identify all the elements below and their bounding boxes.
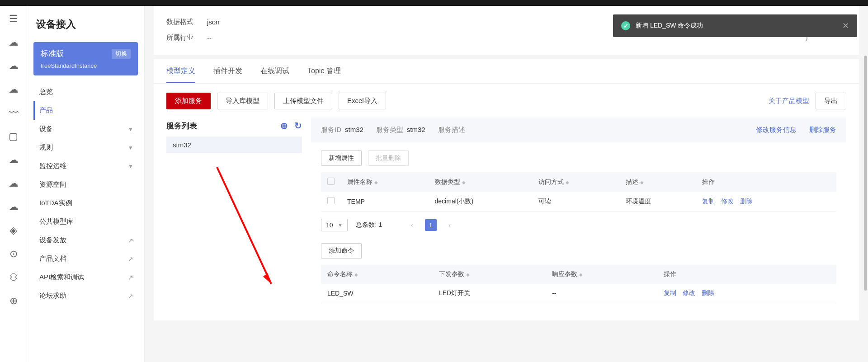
nav-iotda[interactable]: IoTDA实例 (33, 194, 138, 212)
copy-link[interactable]: 复制 (664, 289, 676, 297)
tab-plugin[interactable]: 插件开发 (213, 66, 242, 83)
service-list: 服务列表 ⊕ ↻ stm32 (166, 118, 302, 311)
col-down: 下发参数◆ (433, 265, 546, 284)
excel-import-button[interactable]: Excel导入 (339, 93, 386, 109)
sort-icon[interactable]: ◆ (354, 272, 358, 277)
nav-forum[interactable]: 论坛求助↗ (33, 287, 138, 305)
pagination: 10▼ 总条数: 1 ‹ 1 › (321, 212, 836, 234)
property-table: 属性名称◆ 数据类型◆ 访问方式◆ 描述◆ 操作 TEMP deci (321, 172, 836, 212)
next-page[interactable]: › (445, 221, 454, 229)
service-item-stm32[interactable]: stm32 (166, 136, 302, 153)
external-icon: ↗ (128, 255, 133, 263)
add-service-button[interactable]: 添加服务 (166, 93, 211, 109)
nav-docs[interactable]: 产品文档↗ (33, 249, 138, 268)
main-content: 数据格式json 创 所属行业-- 产 模型定义 插件开发 在线调试 Topic… (145, 6, 868, 362)
menu-icon[interactable]: ☰ (9, 14, 19, 24)
instance-card: 标准版 切换 freeStandardInstance (33, 42, 138, 75)
prev-page[interactable]: ‹ (407, 221, 417, 229)
edit-link[interactable]: 修改 (683, 289, 695, 297)
service-detail: 服务IDstm32 服务类型stm32 服务描述 修改服务信息 删除服务 新增属… (311, 118, 846, 311)
delete-link[interactable]: 删除 (740, 197, 753, 206)
total-label: 总条数: 1 (356, 221, 382, 229)
close-icon[interactable]: ✕ (842, 21, 849, 31)
page-1[interactable]: 1 (425, 219, 437, 231)
toast-success: ✓ 新增 LED_SW 命令成功 ✕ (613, 14, 857, 37)
col-desc: 描述◆ (619, 172, 696, 192)
sort-icon[interactable]: ◆ (466, 272, 470, 277)
external-icon: ↗ (128, 292, 133, 300)
nav-model-lib[interactable]: 公共模型库 (33, 212, 138, 231)
batch-delete-button: 批量删除 (368, 150, 409, 166)
add-command-button[interactable]: 添加命令 (321, 243, 362, 259)
page-size-select[interactable]: 10▼ (321, 219, 348, 231)
model-panel: 模型定义 插件开发 在线调试 Topic 管理 添加服务 导入库模型 上传模型文… (154, 59, 859, 320)
delete-link[interactable]: 删除 (702, 289, 714, 297)
cluster-icon[interactable]: ⚇ (9, 273, 19, 282)
tab-model[interactable]: 模型定义 (166, 66, 195, 83)
globe-icon[interactable]: ⊕ (9, 296, 19, 306)
col-ops: 操作 (696, 172, 836, 192)
cloud2-icon[interactable]: ☁ (9, 155, 19, 165)
refresh-icon[interactable]: ↻ (294, 120, 302, 131)
scrollbar[interactable] (864, 56, 867, 291)
sort-icon[interactable]: ◆ (462, 180, 466, 185)
ip-icon[interactable]: ⊙ (9, 249, 19, 259)
delete-service-link[interactable]: 删除服务 (809, 126, 836, 134)
upload-model-button[interactable]: 上传模型文件 (274, 93, 332, 109)
nav-device[interactable]: 设备▼ (33, 120, 138, 138)
cloud-outline-icon[interactable]: ☁ (9, 61, 19, 71)
import-lib-button[interactable]: 导入库模型 (217, 93, 268, 109)
value-industry: -- (207, 34, 212, 42)
check-icon: ✓ (621, 21, 630, 30)
tab-debug[interactable]: 在线调试 (260, 66, 289, 83)
export-button[interactable]: 导出 (816, 93, 846, 109)
col-access: 访问方式◆ (532, 172, 620, 192)
col-data-type: 数据类型◆ (429, 172, 532, 192)
tabs: 模型定义 插件开发 在线调试 Topic 管理 (154, 59, 859, 84)
about-model-link[interactable]: 关于产品模型 (769, 97, 809, 105)
sort-icon[interactable]: ◆ (579, 272, 583, 277)
cloud-down-icon[interactable]: ☁ (9, 202, 19, 212)
cloud-icon[interactable]: ☁ (9, 38, 19, 47)
sort-icon[interactable]: ◆ (640, 180, 644, 185)
wave-icon[interactable]: 〰 (9, 108, 19, 118)
external-icon: ↗ (128, 237, 133, 244)
label-service-type: 服务类型 (376, 126, 403, 134)
nav-resource[interactable]: 资源空间 (33, 175, 138, 194)
value-service-type: stm32 (407, 126, 425, 134)
nav-monitor[interactable]: 监控运维▼ (33, 157, 138, 175)
label-industry: 所属行业 (166, 33, 207, 42)
checkbox-all[interactable] (327, 178, 335, 185)
nav-icon[interactable]: ◈ (9, 226, 19, 235)
cell-cmd-name: LED_SW (321, 284, 433, 303)
nav-rule[interactable]: 规则▼ (33, 138, 138, 157)
cell-type: decimal(小数) (429, 192, 532, 212)
nav-api[interactable]: API检索和调试↗ (33, 268, 138, 287)
sort-icon[interactable]: ◆ (566, 180, 569, 185)
command-table: 命令名称◆ 下发参数◆ 响应参数◆ 操作 LED_SW LED灯开关 -- (321, 265, 836, 303)
tab-topic[interactable]: Topic 管理 (307, 66, 341, 83)
cell-cmd-resp: -- (546, 284, 657, 303)
add-circle-icon[interactable]: ⊕ (280, 120, 288, 131)
copy-link[interactable]: 复制 (702, 197, 715, 206)
nav-overview[interactable]: 总览 (33, 83, 138, 101)
cloud-up-icon[interactable]: ☁ (9, 179, 19, 188)
sort-icon[interactable]: ◆ (374, 180, 378, 185)
chevron-down-icon: ▼ (128, 145, 133, 151)
device-icon[interactable]: ▢ (9, 132, 19, 141)
edit-link[interactable]: 修改 (721, 197, 734, 206)
add-property-button[interactable]: 新增属性 (321, 150, 362, 166)
table-row: TEMP decimal(小数) 可读 环境温度 复制修改删除 (321, 192, 836, 212)
instance-title: 标准版 (41, 48, 64, 59)
sidebar-title: 设备接入 (33, 14, 138, 42)
instance-sub: freeStandardInstance (41, 62, 131, 69)
cloud-solid-icon[interactable]: ☁ (9, 85, 19, 94)
nav-provision[interactable]: 设备发放↗ (33, 231, 138, 249)
value-service-id: stm32 (345, 126, 363, 134)
checkbox-row[interactable] (327, 197, 335, 204)
edit-service-link[interactable]: 修改服务信息 (756, 126, 797, 134)
nav-product[interactable]: 产品 (33, 101, 138, 120)
icon-rail: ☰ ☁ ☁ ☁ 〰 ▢ ☁ ☁ ☁ ◈ ⊙ ⚇ ⊕ (0, 6, 27, 362)
switch-button[interactable]: 切换 (112, 49, 131, 59)
cell-cmd-down: LED灯开关 (433, 284, 546, 303)
